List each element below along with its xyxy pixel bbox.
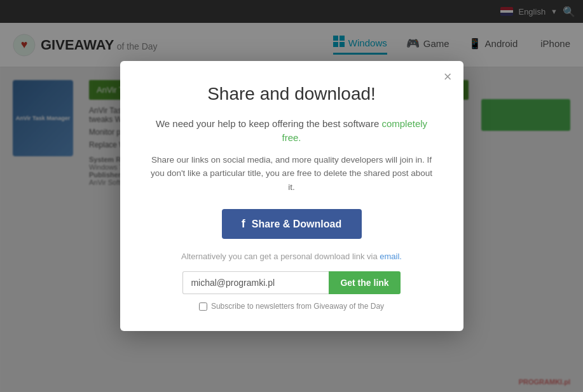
modal-close-button[interactable]: × bbox=[444, 70, 452, 84]
share-download-modal: × Share and download! We need your help … bbox=[120, 61, 463, 332]
subscribe-row: Subscribe to newsletters from Giveaway o… bbox=[151, 302, 433, 311]
modal-desc: Share our links on social media, and mor… bbox=[151, 153, 433, 194]
email-field[interactable] bbox=[182, 271, 329, 294]
get-link-button[interactable]: Get the link bbox=[329, 271, 400, 294]
modal-title: Share and download! bbox=[151, 84, 433, 104]
fb-button-label: Share & Download bbox=[252, 219, 341, 230]
facebook-icon: f bbox=[242, 217, 245, 231]
subscribe-label: Subscribe to newsletters from Giveaway o… bbox=[211, 302, 384, 311]
modal-subtitle: We need your help to keep offering the b… bbox=[151, 117, 433, 145]
email-link[interactable]: email. bbox=[380, 252, 402, 261]
alt-download-text: Alternatively you can get a personal dow… bbox=[151, 252, 433, 261]
subscribe-checkbox[interactable] bbox=[199, 302, 207, 311]
email-input-row: Get the link bbox=[151, 271, 433, 294]
free-text: completely free. bbox=[282, 118, 427, 144]
alt-text-label: Alternatively you can get a personal dow… bbox=[181, 252, 378, 261]
facebook-share-button[interactable]: f Share & Download bbox=[222, 209, 362, 239]
